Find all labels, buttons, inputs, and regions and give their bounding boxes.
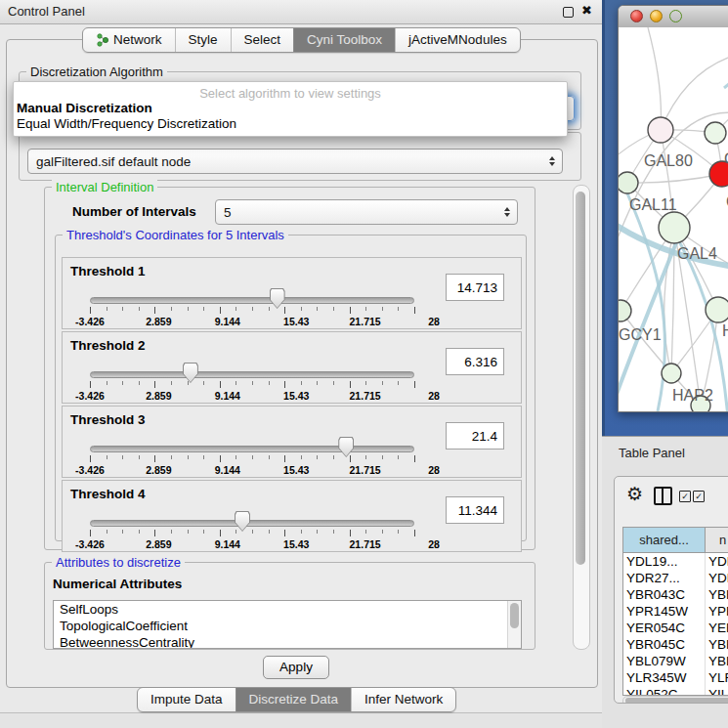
table-row[interactable]: YBR045CYBR0: [623, 636, 728, 653]
table-row[interactable]: YIL052CYIL0: [623, 686, 728, 696]
network-canvas[interactable]: GAL80GCGAL11GAL4GCY1HHAP2: [619, 27, 728, 411]
slider-handle[interactable]: [183, 363, 198, 383]
network-edge[interactable]: [648, 27, 661, 130]
slider-track[interactable]: [90, 297, 414, 304]
table-cell[interactable]: YBR0: [706, 586, 728, 603]
table-horizontal-scrollbar-thumb[interactable]: [625, 698, 728, 704]
list-scrollbar-thumb[interactable]: [510, 603, 519, 628]
split-columns-icon[interactable]: [654, 487, 672, 505]
num-intervals-combo[interactable]: 5: [215, 199, 518, 225]
network-graph[interactable]: GAL80GCGAL11GAL4GCY1HHAP2: [619, 27, 728, 411]
tick-mark: [414, 530, 415, 536]
table-row[interactable]: YBR043CYBR0: [623, 586, 728, 603]
attribute-list-item[interactable]: BetweennessCentrality: [54, 634, 521, 649]
table-cell[interactable]: YIL0: [706, 686, 728, 696]
network-window-titlebar[interactable]: [619, 6, 728, 28]
tab-style[interactable]: Style: [175, 28, 231, 52]
numerical-attributes-list[interactable]: SelfLoopsTopologicalCoefficientBetweenne…: [53, 600, 522, 649]
tab-jactivemnodules[interactable]: jActiveMNodules: [395, 28, 520, 52]
threshold-value-field[interactable]: 14.713: [446, 274, 504, 301]
column-header-name[interactable]: n: [706, 528, 728, 552]
threshold-slider[interactable]: -3.4262.8599.14415.4321.71528: [90, 508, 414, 551]
table-row[interactable]: YLR345WYLR3: [623, 669, 728, 686]
threshold-value-field[interactable]: 6.316: [446, 348, 504, 375]
network-node[interactable]: [619, 300, 631, 321]
table-cell[interactable]: YIL052C: [623, 686, 706, 696]
list-scrollbar[interactable]: [507, 601, 521, 648]
panel-scrollbar[interactable]: [573, 185, 590, 650]
tab-discretize-data[interactable]: Discretize Data: [236, 688, 352, 711]
table-cell[interactable]: YER0: [706, 620, 728, 636]
checkbox-checked-icon[interactable]: ✓: [693, 491, 705, 502]
apply-button[interactable]: Apply: [263, 656, 329, 679]
threshold-slider[interactable]: -3.4262.8599.14415.4321.71528: [90, 285, 414, 328]
table-horizontal-scrollbar[interactable]: [622, 696, 728, 704]
close-traffic-light-icon[interactable]: [630, 10, 643, 22]
tick-mark: [284, 530, 285, 536]
dropdown-option-manual[interactable]: Manual Discretization: [14, 101, 567, 116]
tab-cyni-toolbox[interactable]: Cyni Toolbox: [293, 28, 395, 52]
tick-mark: [382, 381, 383, 385]
dropdown-option-equal-width[interactable]: Equal Width/Frequency Discretization: [14, 116, 567, 132]
table-cell[interactable]: YDL19...: [623, 553, 706, 570]
tab-network[interactable]: Network: [83, 28, 175, 52]
table-cell[interactable]: YER054C: [623, 620, 706, 636]
slider-track[interactable]: [90, 520, 414, 527]
tick-mark: [139, 455, 140, 459]
table-cell[interactable]: YLR345W: [623, 669, 706, 686]
float-window-icon[interactable]: [563, 7, 574, 18]
network-node-label: GAL11: [629, 196, 677, 213]
network-edge[interactable]: [661, 53, 728, 130]
tick-mark: [382, 530, 383, 534]
tab-select[interactable]: Select: [231, 28, 294, 52]
gear-icon[interactable]: ⚙: [626, 483, 643, 505]
column-header-shared-name[interactable]: shared...: [623, 528, 706, 552]
table-cell[interactable]: YPR1: [706, 603, 728, 620]
panel-scrollbar-thumb[interactable]: [576, 192, 585, 565]
table-row[interactable]: YBL079WYBL0: [623, 653, 728, 669]
network-node[interactable]: [705, 122, 726, 144]
slider-track[interactable]: [90, 371, 414, 378]
table-row[interactable]: YPR145WYPR1: [623, 603, 728, 620]
network-node[interactable]: [619, 172, 638, 193]
threshold-value-field[interactable]: 21.4: [446, 422, 504, 450]
minimize-traffic-light-icon[interactable]: [650, 10, 663, 22]
table-cell[interactable]: YBL0: [706, 653, 728, 669]
threshold-value-field[interactable]: 11.344: [446, 496, 504, 524]
table-cell[interactable]: YBR043C: [623, 586, 706, 603]
table-row[interactable]: YER054CYER0: [623, 620, 728, 636]
network-edge-highlighted[interactable]: [724, 63, 728, 88]
threshold-slider[interactable]: -3.4262.8599.14415.4321.71528: [90, 360, 414, 403]
network-node[interactable]: [659, 212, 690, 243]
close-icon[interactable]: ✖: [581, 3, 592, 18]
slider-handle[interactable]: [338, 437, 354, 457]
tab-infer-network[interactable]: Infer Network: [351, 688, 455, 711]
attribute-list-item[interactable]: SelfLoops: [54, 601, 521, 618]
table-data-combo[interactable]: galFiltered.sif default node: [27, 149, 563, 174]
attribute-list-item[interactable]: TopologicalCoefficient: [54, 618, 521, 634]
table-cell[interactable]: YBR045C: [623, 636, 706, 653]
table-cell[interactable]: YLR3: [706, 669, 728, 686]
slider-handle[interactable]: [270, 288, 285, 309]
network-node[interactable]: [648, 117, 673, 143]
table-cell[interactable]: YDL1: [706, 553, 728, 570]
table-cell[interactable]: YDR27...: [623, 570, 706, 586]
slider-handle[interactable]: [235, 511, 250, 532]
network-node[interactable]: [662, 364, 681, 383]
network-edge-highlighted[interactable]: [619, 240, 677, 410]
table-cell[interactable]: YDR2: [706, 570, 728, 586]
table-row[interactable]: YDR27...YDR2: [623, 570, 728, 586]
threshold-slider[interactable]: -3.4262.8599.14415.4321.71528: [90, 434, 414, 477]
tick-mark: [317, 307, 318, 311]
checkbox-checked-icon[interactable]: ✓: [679, 491, 691, 502]
table-cell[interactable]: YBR0: [706, 636, 728, 653]
table-cell[interactable]: YPR145W: [623, 603, 706, 620]
slider-track[interactable]: [90, 446, 414, 452]
zoom-traffic-light-icon[interactable]: [669, 10, 682, 22]
tick-mark: [301, 530, 302, 534]
network-edge[interactable]: [627, 174, 722, 183]
table-row[interactable]: YDL19...YDL1: [623, 553, 728, 570]
table-cell[interactable]: YBL079W: [623, 653, 706, 669]
tab-impute-data[interactable]: Impute Data: [138, 688, 236, 711]
network-node[interactable]: [706, 297, 728, 322]
